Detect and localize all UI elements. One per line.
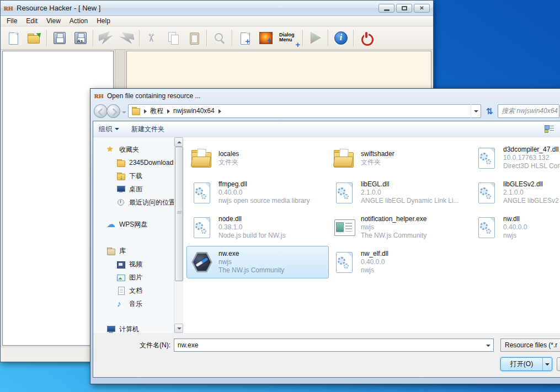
find-icon (214, 32, 226, 44)
exit-button[interactable] (356, 28, 377, 48)
compile-script-icon (310, 31, 322, 45)
folder-icon (190, 147, 214, 170)
file-item-notification-helper-exe[interactable]: notification_helper.exenwjsThe NW.js Com… (329, 211, 471, 244)
new-file-button[interactable] (3, 28, 24, 48)
dialog-title-bar[interactable]: RH Open file containing resource ... (93, 89, 560, 103)
sidebar-item-videos[interactable]: 视频 (93, 257, 174, 271)
cancel-button[interactable] (557, 357, 560, 371)
sidebar-item-recent-places[interactable]: 最近访问的位置 (93, 196, 174, 209)
menu-view[interactable]: View (42, 16, 65, 26)
copy-button[interactable] (163, 28, 184, 48)
paste-button[interactable] (184, 28, 205, 48)
file-item-d3dcompiler-47-dll[interactable]: d3dcompiler_47.dll10.0.17763.132Direct3D… (471, 142, 560, 174)
open-button[interactable]: 打开(O) (500, 357, 552, 371)
forward-button[interactable] (106, 104, 120, 118)
toolbar-separator (139, 30, 140, 46)
refresh-icon[interactable] (482, 104, 497, 118)
sidebar-scrollbar[interactable] (174, 137, 183, 333)
add-resource-button[interactable] (234, 28, 255, 48)
breadcrumb[interactable]: 教程 nwjswin40x64 (128, 104, 481, 118)
save-icon (54, 32, 66, 44)
filename-dropdown-icon[interactable] (484, 339, 493, 351)
address-dropdown-icon[interactable] (471, 104, 479, 118)
toolbar-separator (232, 30, 233, 46)
file-name: notification_helper.exe (361, 215, 426, 223)
file-type-combo[interactable]: Resource files (*.r (500, 339, 560, 352)
scrollbar-thumb[interactable] (175, 147, 183, 281)
folder-icon (116, 158, 125, 167)
menu-edit[interactable]: Edit (22, 16, 41, 26)
save-button[interactable] (49, 28, 70, 48)
filename-combo[interactable] (174, 339, 494, 352)
address-bar: 教程 nwjswin40x64 (93, 103, 560, 121)
file-item-node-dll[interactable]: node.dll0.38.1.0Node.js build for NW.js (186, 211, 329, 244)
dll-icon (475, 181, 498, 205)
add-dialog-menu-button[interactable]: Dialog Menu (276, 28, 301, 48)
file-item-nw-exe-selected[interactable]: nw.exenwjsThe NW.js Community (186, 246, 329, 278)
breadcrumb-arrow-icon[interactable] (216, 104, 223, 118)
scroll-down-icon[interactable] (174, 324, 183, 333)
sidebar-item-libraries[interactable]: 库 (93, 244, 174, 257)
sidebar-item-pictures[interactable]: 图片 (93, 271, 174, 284)
maximize-button[interactable] (396, 4, 412, 13)
breadcrumb-item-jiaocheng[interactable]: 教程 (148, 106, 165, 116)
file-item-libglesv2-dll[interactable]: libGLESv2.dll2.1.0.0ANGLE libGLESv2 D (471, 176, 560, 209)
file-name: locales (218, 150, 239, 158)
open-split-dropdown-icon[interactable] (542, 358, 552, 370)
breadcrumb-arrow-icon[interactable] (142, 104, 148, 118)
breadcrumb-arrow-icon[interactable] (165, 104, 172, 118)
filename-input[interactable] (174, 339, 484, 351)
sidebar-item-computer[interactable]: 计算机 (93, 323, 174, 333)
new-folder-label: 新建文件夹 (131, 125, 164, 134)
search-input[interactable] (498, 105, 559, 117)
folder-icon (131, 107, 140, 115)
new-folder-button[interactable]: 新建文件夹 (131, 125, 164, 134)
file-item-libegl-dll[interactable]: libEGL.dll2.1.0.0ANGLE libEGL Dynamic Li… (329, 176, 471, 209)
open-file-button[interactable] (24, 28, 45, 48)
toolbar-separator (93, 30, 94, 46)
find-button[interactable] (209, 28, 230, 48)
search-box[interactable] (498, 104, 559, 118)
redo-button[interactable] (116, 28, 137, 48)
title-bar[interactable]: RH Resource Hacker - [ New ] (1, 1, 433, 16)
add-image-resource-button[interactable] (255, 28, 276, 48)
library-icon (106, 246, 115, 255)
close-button[interactable] (414, 4, 430, 13)
file-item-swiftshader[interactable]: swiftshader文件夹 (329, 142, 471, 174)
picture-icon (116, 273, 125, 282)
dll-icon (333, 181, 356, 205)
save-as-button[interactable] (70, 28, 91, 48)
menu-file[interactable]: File (3, 16, 21, 26)
toolbar: Dialog Menu (1, 26, 433, 50)
undo-button[interactable] (95, 28, 116, 48)
back-button[interactable] (94, 104, 108, 118)
recent-pages-chevron-icon[interactable] (121, 104, 127, 118)
minimize-button[interactable] (378, 4, 394, 13)
file-item-locales[interactable]: locales文件夹 (186, 142, 329, 174)
about-button[interactable] (330, 28, 351, 48)
dialog-title: Open file containing resource ... (107, 92, 200, 100)
sidebar-item-2345downloads[interactable]: 2345Downloads (93, 156, 174, 169)
breadcrumb-item-nwjswin40x64[interactable]: nwjswin40x64 (172, 107, 216, 115)
toolbar-separator (46, 30, 47, 46)
copy-icon (167, 31, 179, 45)
sidebar-item-downloads[interactable]: 下载 (93, 169, 174, 182)
dll-icon (475, 216, 498, 239)
new-file-icon (8, 31, 19, 45)
sidebar-item-favorites[interactable]: 收藏夹 (93, 143, 174, 156)
change-view-icon[interactable] (545, 125, 554, 133)
redo-jagged-icon (119, 30, 135, 45)
sidebar-item-wps-cloud[interactable]: WPS网盘 (93, 218, 174, 231)
cut-button[interactable] (142, 28, 163, 48)
sidebar-item-music[interactable]: 音乐 (93, 297, 174, 310)
file-item-nw-dll[interactable]: nw.dll0.40.0.0nwjs (471, 211, 560, 244)
menu-action[interactable]: Action (66, 16, 92, 26)
menu-help[interactable]: Help (93, 16, 114, 26)
organize-button[interactable]: 组织 (99, 125, 119, 134)
sidebar-item-documents[interactable]: 文档 (93, 284, 174, 297)
file-item-nw-elf-dll[interactable]: nw_elf.dll0.40.0.0nwjs (329, 246, 471, 278)
sidebar-item-desktop[interactable]: 桌面 (93, 182, 174, 196)
file-item-ffmpeg-dll[interactable]: ffmpeg.dll0.40.0.0nwjs open source media… (186, 176, 329, 209)
compile-script-button[interactable] (305, 28, 326, 48)
scroll-up-icon[interactable] (174, 137, 183, 147)
